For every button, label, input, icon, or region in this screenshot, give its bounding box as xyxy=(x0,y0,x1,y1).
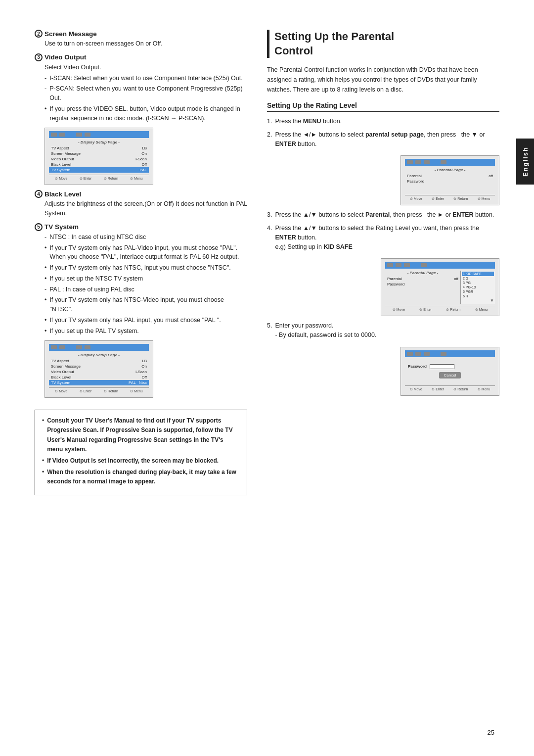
warn-text-2: If Video Output is set incorrectly, the … xyxy=(47,456,219,466)
video-sel-text: If you press the VIDEO SEL. button, Vide… xyxy=(49,104,247,123)
iscan-text: I-SCAN: Select when you want to use Comp… xyxy=(49,74,242,83)
step-5: 5. Enter your password. - By default, pa… xyxy=(267,321,499,340)
black-level-heading: 4 Black Level xyxy=(35,190,247,198)
step-3-num: 3. xyxy=(267,210,272,220)
screen-message-heading: 2 Screen Message xyxy=(35,30,247,38)
left-column: 2 Screen Message Use to turn on-screen m… xyxy=(35,30,247,726)
parental-2-left: - Parental Page - Parentaloff Password xyxy=(385,271,460,304)
screen-footer-1: ⊙ Move ⊙ Enter ⊙ Return ⊙ Menu xyxy=(49,175,149,181)
step-2-text: Press the ◄/► buttons to select parental… xyxy=(275,130,499,149)
step-1-text: Press the MENU button. xyxy=(275,117,499,126)
password-field-row: Password xyxy=(405,363,495,370)
parental-2-content: - Parental Page - Parentaloff Password 1… xyxy=(385,271,495,304)
black-level-body: Adjusts the brightness of the screen.(On… xyxy=(44,199,247,218)
step-3-text: Press the ▲/▼ buttons to select Parental… xyxy=(275,210,499,220)
pal-input-text: If your TV system only has PAL input, yo… xyxy=(49,316,221,325)
screen-title-2: - Display Setup Page - xyxy=(49,353,149,357)
tv-system-label: TV System xyxy=(44,223,79,231)
pal-disc-text: PAL : In case of using PAL disc xyxy=(49,285,134,294)
right-screen-password-container: Password Cancel ⊙ Move ⊙ Enter ⊙ Return … xyxy=(267,347,499,396)
password-label: Password xyxy=(408,364,427,369)
rating-options-panel: 1 KID SAFE 2 G 3 PG 4 PG-13 5 PGR 6 R ▼ xyxy=(460,271,495,304)
screen-parental-1: - Parental Page - Parentaloff Password ⊙… xyxy=(400,155,499,205)
right-column: Setting Up the Parental Control The Pare… xyxy=(267,30,499,726)
cancel-button[interactable]: Cancel xyxy=(439,372,461,378)
screen-row-screenmsg-2: Screen MessageOn xyxy=(49,364,149,369)
warn-text-3: When the resolution is changed during pl… xyxy=(47,468,240,486)
pal-setup-text: If you set up the PAL TV system. xyxy=(49,327,138,336)
rating-kid-safe: 1 KID SAFE xyxy=(462,272,494,276)
ntsc-setup-text: If you set up the NTSC TV system xyxy=(49,274,143,284)
circle-num-2: 2 xyxy=(35,30,43,38)
page-number: 25 xyxy=(488,729,494,736)
step-4-num: 4. xyxy=(267,224,272,251)
video-output-body: Select Video Output. - I-SCAN: Select wh… xyxy=(44,63,247,123)
parental-row-password-1: Password xyxy=(405,179,495,184)
page: 2 Screen Message Use to turn on-screen m… xyxy=(0,0,534,756)
rating-r: 6 R xyxy=(462,294,494,298)
screen-display-setup-1: - Display Setup Page - TV AspectLB Scree… xyxy=(44,128,153,185)
iscan-item: - I-SCAN: Select when you want to use Co… xyxy=(44,74,247,83)
screen-password: Password Cancel ⊙ Move ⊙ Enter ⊙ Return … xyxy=(400,347,499,396)
tv-ntsc-text: If your TV system only has NTSC, input y… xyxy=(49,263,230,273)
screen-password-header xyxy=(405,350,495,357)
pal-setup-bullet: • If you set up the PAL TV system. xyxy=(44,327,247,336)
main-title: Setting Up the Parental Control xyxy=(267,30,499,58)
screen-display-setup-2: - Display Setup Page - TV AspectLB Scree… xyxy=(44,340,153,398)
screen-password-footer: ⊙ Move ⊙ Enter ⊙ Return ⊙ Menu xyxy=(405,385,495,391)
tv-ntsc-bullet: • If your TV system only has NTSC, input… xyxy=(44,263,247,273)
rating-scroll: ▼ xyxy=(462,298,494,303)
password-input-field[interactable] xyxy=(430,364,454,369)
parental-row-password-2: Password xyxy=(385,282,460,287)
step-5-num: 5. xyxy=(267,321,272,340)
section-video-output: 3 Video Output Select Video Output. - I-… xyxy=(35,53,247,190)
section-tv-system: 5 TV System - NTSC : In case of using NT… xyxy=(35,223,247,403)
right-screen-parental-2-container: - Parental Page - Parentaloff Password 1… xyxy=(267,258,499,316)
screen-row-screenmsg: Screen MessageOn xyxy=(49,151,149,156)
pscan-text: P-SCAN: Select when you want to use Comp… xyxy=(49,84,247,103)
rating-level-heading: Setting Up the Rating Level xyxy=(267,101,499,112)
pal-dash: - PAL : In case of using PAL disc xyxy=(44,285,247,294)
step-4: 4. Press the ▲/▼ buttons to select the R… xyxy=(267,224,499,251)
step-1: 1. Press the MENU button. xyxy=(267,117,499,126)
black-level-text: Adjusts the brightness of the screen.(On… xyxy=(44,199,247,218)
screen-row-videoout-2: Video OutputI-Scan xyxy=(49,369,149,375)
cancel-button-row: Cancel xyxy=(405,372,495,378)
parental-row-parental-1: Parentaloff xyxy=(405,173,495,179)
screen-title-1: - Display Setup Page - xyxy=(49,140,149,144)
english-tab: English xyxy=(516,139,534,185)
black-level-label: Black Level xyxy=(44,190,81,198)
screen-row-blacklevel-2: Black LevelOff xyxy=(49,375,149,380)
screen-footer-2: ⊙ Move ⊙ Enter ⊙ Return ⊙ Menu xyxy=(49,387,149,393)
screen-parental-footer-2: ⊙ Move ⊙ Enter ⊙ Return ⊙ Menu xyxy=(385,306,495,312)
rating-pgr: 5 PGR xyxy=(462,289,494,294)
screen-parental-header-1 xyxy=(405,159,495,166)
title-line2: Control xyxy=(274,45,313,57)
ntsc-video-text: If your TV system only has NTSC-Video in… xyxy=(49,295,247,314)
screen-row-tvsystem-2: TV SystemPAL Ntsc xyxy=(49,380,149,385)
intro-paragraph: The Parental Control function works in c… xyxy=(267,65,499,94)
rating-pg: 3 PG xyxy=(462,281,494,285)
warning-box: • Consult your TV User's Manual to find … xyxy=(35,410,247,495)
step-5-text: Enter your password. - By default, passw… xyxy=(275,321,499,340)
video-output-heading: 3 Video Output xyxy=(35,53,247,61)
screen-message-text: Use to turn on-screen messages On or Off… xyxy=(44,39,247,48)
step-3: 3. Press the ▲/▼ buttons to select Paren… xyxy=(267,210,499,220)
screen-parental-2: - Parental Page - Parentaloff Password 1… xyxy=(381,258,499,316)
circle-num-3: 3 xyxy=(35,53,43,61)
section-screen-message: 2 Screen Message Use to turn on-screen m… xyxy=(35,30,247,53)
ntsc-setup-bullet: • If you set up the NTSC TV system xyxy=(44,274,247,284)
parental-screen-title-2: - Parental Page - xyxy=(385,271,460,275)
screen-parental-header-2 xyxy=(385,262,495,269)
screen-message-body: Use to turn on-screen messages On or Off… xyxy=(44,39,247,48)
pal-input-bullet: • If your TV system only has PAL input, … xyxy=(44,316,247,325)
tv-pal-text: If your TV system only has PAL-Video inp… xyxy=(49,243,247,262)
warn-item-3: • When the resolution is changed during … xyxy=(42,468,240,486)
step-4-text: Press the ▲/▼ buttons to select the Rati… xyxy=(275,224,499,251)
screen-row-tvaspect-2: TV AspectLB xyxy=(49,358,149,364)
step-1-num: 1. xyxy=(267,117,272,126)
parental-screen-title-1: - Parental Page - xyxy=(405,168,495,172)
ntsc-video-bullet: • If your TV system only has NTSC-Video … xyxy=(44,295,247,314)
rating-pg13: 4 PG-13 xyxy=(462,285,494,289)
right-screen-parental-1-container: - Parental Page - Parentaloff Password ⊙… xyxy=(267,155,499,205)
